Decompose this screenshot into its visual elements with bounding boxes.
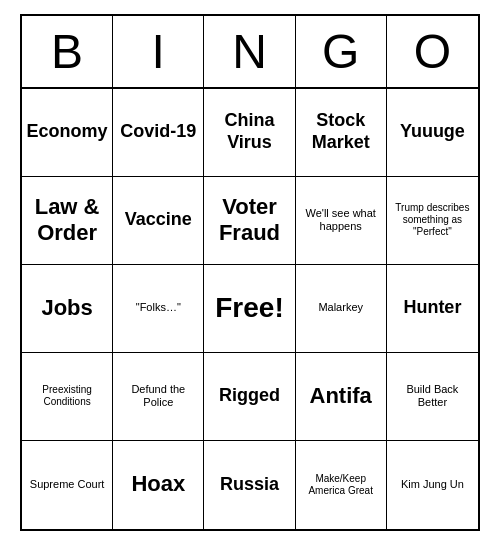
cell-text: Stock Market [300,110,382,153]
cell-text: Build Back Better [391,383,474,409]
bingo-cell: Kim Jung Un [387,441,478,529]
cell-text: Covid-19 [120,121,196,143]
cell-text: Preexisting Conditions [26,384,108,408]
bingo-cell: Voter Fraud [204,177,295,265]
bingo-grid: EconomyCovid-19China VirusStock MarketYu… [22,89,478,529]
bingo-cell: Stock Market [296,89,387,177]
bingo-letter: I [113,16,204,87]
cell-text: Antifa [310,383,372,409]
bingo-cell: Russia [204,441,295,529]
bingo-cell: Preexisting Conditions [22,353,113,441]
cell-text: Vaccine [125,209,192,231]
bingo-cell: Malarkey [296,265,387,353]
bingo-cell: "Folks…" [113,265,204,353]
cell-text: Supreme Court [30,478,105,491]
bingo-letter: N [204,16,295,87]
bingo-cell: Covid-19 [113,89,204,177]
cell-text: Trump describes something as "Perfect" [391,202,474,238]
cell-text: Jobs [41,295,92,321]
bingo-cell: Free! [204,265,295,353]
bingo-letter: O [387,16,478,87]
cell-text: We'll see what happens [300,207,382,233]
bingo-cell: Jobs [22,265,113,353]
cell-text: Defund the Police [117,383,199,409]
cell-text: "Folks…" [136,301,181,314]
cell-text: Economy [27,121,108,143]
bingo-cell: Law & Order [22,177,113,265]
bingo-cell: Antifa [296,353,387,441]
bingo-letter: B [22,16,113,87]
cell-text: Hoax [131,471,185,497]
bingo-cell: Hunter [387,265,478,353]
bingo-cell: Defund the Police [113,353,204,441]
bingo-cell: Trump describes something as "Perfect" [387,177,478,265]
bingo-cell: China Virus [204,89,295,177]
cell-text: Law & Order [26,194,108,247]
cell-text: Kim Jung Un [401,478,464,491]
bingo-cell: Vaccine [113,177,204,265]
cell-text: China Virus [208,110,290,153]
bingo-cell: Rigged [204,353,295,441]
cell-text: Yuuuge [400,121,465,143]
bingo-cell: Supreme Court [22,441,113,529]
bingo-header: BINGO [22,16,478,89]
bingo-cell: Hoax [113,441,204,529]
cell-text: Free! [215,291,283,325]
bingo-cell: Make/Keep America Great [296,441,387,529]
cell-text: Rigged [219,385,280,407]
bingo-cell: Build Back Better [387,353,478,441]
cell-text: Voter Fraud [208,194,290,247]
cell-text: Malarkey [318,301,363,314]
bingo-card: BINGO EconomyCovid-19China VirusStock Ma… [20,14,480,531]
bingo-cell: We'll see what happens [296,177,387,265]
bingo-cell: Yuuuge [387,89,478,177]
bingo-cell: Economy [22,89,113,177]
cell-text: Russia [220,474,279,496]
cell-text: Hunter [403,297,461,319]
cell-text: Make/Keep America Great [300,473,382,497]
bingo-letter: G [296,16,387,87]
